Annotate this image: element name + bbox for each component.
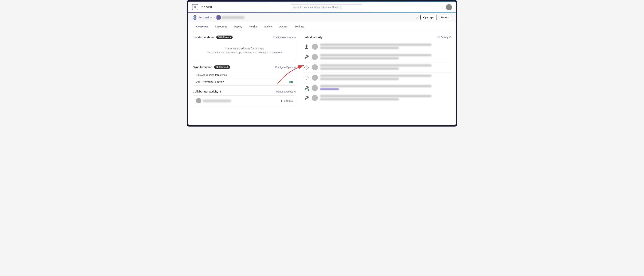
dyno-status-badge: ON	[289, 81, 293, 83]
activity-line-1	[320, 64, 432, 67]
activity-line-2	[320, 98, 399, 100]
dynos-title: Dyno formation $0.00/month	[193, 65, 230, 69]
collaborator-card: ⬆ 1 deploy	[193, 95, 296, 106]
activity-line-2	[320, 47, 399, 49]
dynos-label: Dyno formation	[193, 66, 212, 69]
addons-title: Installed add-ons $0.00/month	[193, 36, 233, 39]
configure-dynos-label: Configure Dynos	[275, 66, 293, 69]
activity-link-1[interactable]	[320, 88, 339, 90]
addons-card: There are no add-ons for this app You ca…	[193, 41, 296, 61]
wrench-icon	[304, 54, 310, 60]
circle-dashed-icon	[304, 75, 310, 81]
activity-header: Latest activity All Activity ⊕	[304, 36, 451, 39]
activity-text	[320, 85, 451, 90]
dyno-type: free	[215, 74, 220, 76]
dynos-header: Dyno formation $0.00/month Configure Dyn…	[193, 65, 296, 69]
logo-letter: H	[194, 6, 196, 9]
addons-header: Installed add-ons $0.00/month Configure …	[193, 36, 296, 39]
activity-text	[320, 95, 451, 101]
manage-access-link[interactable]: Manage Access ⊕	[276, 90, 296, 93]
tab-overview[interactable]: Overview	[193, 22, 211, 31]
activity-line-1	[320, 85, 432, 87]
activity-text	[320, 54, 451, 60]
brand-logo: H HEROKU	[192, 4, 212, 10]
tabs-bar: Overview Resources Deploy Metrics Activi…	[188, 22, 456, 31]
heroku-logo-box: H	[192, 4, 198, 10]
activity-line-2	[320, 57, 399, 59]
gear-icon	[304, 64, 310, 70]
configure-addons-link[interactable]: Configure Add-ons ⊕	[273, 36, 296, 39]
collaborator-info-icon: ℹ	[220, 90, 221, 93]
tab-access[interactable]: Access	[276, 22, 291, 31]
dyno-command-row: web /javtube-server ON	[193, 79, 296, 85]
dyno-command: web /javtube-server	[196, 81, 224, 83]
activity-links	[320, 88, 451, 90]
wrench2-icon	[304, 95, 310, 101]
apps-grid-icon[interactable]: ⠿	[441, 5, 444, 9]
activity-line-1	[320, 54, 432, 56]
app-name-blurred	[222, 16, 244, 19]
upload-icon	[304, 44, 310, 50]
deploy-count-icon: ⬆	[280, 99, 282, 102]
breadcrumb-account[interactable]: 👤 Personal ◇	[193, 15, 212, 20]
account-icon: 👤	[193, 15, 197, 20]
activity-text	[320, 64, 451, 71]
tab-resources[interactable]: Resources	[211, 22, 230, 31]
breadcrumb: 👤 Personal ◇ >	[193, 15, 244, 20]
collaborator-header: Collaborator activity ℹ Manage Access ⊕	[193, 90, 296, 93]
all-activity-label: All Activity	[437, 36, 448, 39]
tab-settings[interactable]: Settings	[291, 22, 307, 31]
breadcrumb-bar: 👤 Personal ◇ > ☆ Open app More ▾	[188, 13, 456, 22]
activity-title: Latest activity	[304, 36, 322, 39]
app-icon	[216, 16, 220, 20]
manage-access-icon: ⊕	[294, 90, 296, 93]
all-activity-link[interactable]: All Activity ⊕	[437, 36, 451, 39]
collaborator-section: Collaborator activity ℹ Manage Access ⊕	[193, 90, 296, 106]
more-chevron-icon: ▾	[448, 16, 449, 19]
search-input[interactable]	[291, 4, 362, 10]
dynos-card: This app is using free dynos web /javtub…	[193, 71, 296, 86]
activity-user-avatar	[312, 85, 318, 91]
activity-item	[304, 93, 451, 103]
breadcrumb-app	[216, 16, 244, 20]
activity-user-avatar	[312, 64, 318, 70]
collaborator-identity	[196, 98, 231, 103]
tab-activity[interactable]: Activity	[261, 22, 276, 31]
addons-empty-title: There are no add-ons for this app	[197, 47, 292, 50]
configure-dynos-link[interactable]: Configure Dynos ⊕	[275, 66, 296, 69]
tab-metrics[interactable]: Metrics	[246, 22, 261, 31]
search-bar	[216, 4, 438, 10]
account-chevron: ◇	[210, 16, 212, 19]
brand-name: HEROKU	[200, 6, 212, 9]
manage-access-label: Manage Access	[276, 90, 293, 93]
deploy-count-label: 1 deploy	[284, 99, 293, 102]
configure-dynos-icon: ⊕	[294, 66, 296, 69]
collaborator-label: Collaborator activity	[193, 90, 218, 93]
collaborator-name-blurred	[203, 100, 231, 102]
addons-badge: $0.00/month	[216, 36, 233, 39]
activity-line-1	[320, 44, 432, 46]
more-dropdown-button[interactable]: More ▾	[438, 15, 451, 20]
tab-deploy[interactable]: Deploy	[230, 22, 246, 31]
svg-marker-1	[306, 45, 308, 48]
addons-label: Installed add-ons	[193, 36, 214, 39]
addons-learn-more-link[interactable]: Learn more	[270, 51, 282, 54]
favorite-star-button[interactable]: ☆	[416, 16, 418, 20]
more-label: More	[441, 16, 447, 19]
activity-item	[304, 52, 451, 62]
nav-right: ⠿	[441, 4, 452, 10]
activity-user-avatar	[312, 95, 318, 101]
svg-point-4	[305, 76, 308, 79]
collaborator-avatar	[196, 98, 201, 103]
activity-line-2	[320, 67, 399, 70]
user-avatar[interactable]	[446, 4, 452, 10]
activity-item	[304, 73, 451, 83]
activity-item	[304, 62, 451, 73]
activity-user-avatar	[312, 54, 318, 60]
top-nav: H HEROKU ⠿	[188, 2, 456, 13]
breadcrumb-actions: ☆ Open app More ▾	[416, 15, 451, 20]
open-app-button[interactable]: Open app	[420, 15, 437, 20]
activity-text	[320, 75, 451, 81]
activity-line-1	[320, 75, 432, 77]
account-label: Personal	[198, 16, 209, 19]
